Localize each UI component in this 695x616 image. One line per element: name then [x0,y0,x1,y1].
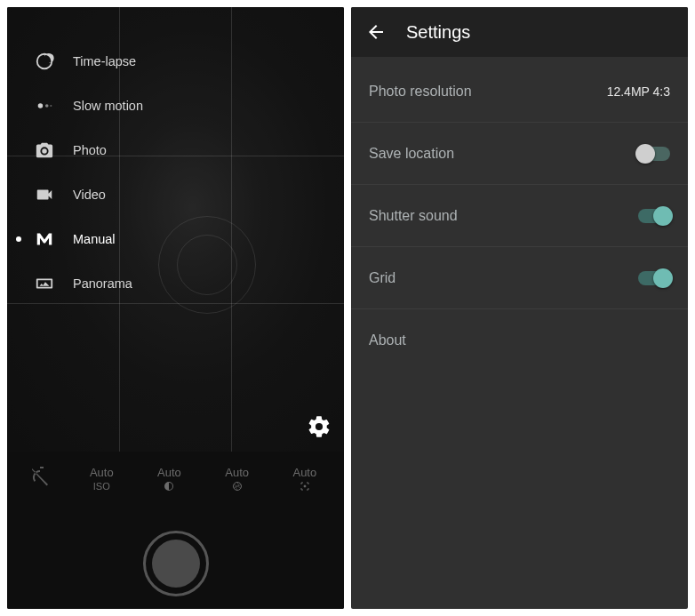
svg-point-4 [304,485,306,487]
iso-control[interactable]: Auto ISO [75,466,128,492]
control-value: Auto [292,466,316,479]
mode-label: Photo [73,143,107,157]
setting-value: 12.4MP 4:3 [607,84,670,99]
aperture-icon [232,481,243,493]
mode-label: Panorama [73,276,132,291]
settings-button[interactable] [307,414,332,439]
timelapse-icon [34,51,55,72]
mode-label: Time-lapse [73,54,136,68]
toggle-grid[interactable] [638,271,670,285]
control-value: Auto [90,466,114,479]
back-button[interactable] [365,21,387,43]
mode-label: Slow motion [73,99,143,113]
svg-point-0 [38,103,44,108]
panorama-icon [34,273,55,294]
svg-point-2 [50,105,52,107]
settings-screen: Settings Photo resolution 12.4MP 4:3 Sav… [351,7,688,609]
setting-label: Shutter sound [369,208,458,224]
camera-mode-menu: Time-lapse Slow motion Photo Video [7,28,212,316]
photo-icon [34,140,55,161]
mode-timelapse[interactable]: Time-lapse [7,39,212,84]
setting-label: Grid [369,270,395,286]
camera-screen: Time-lapse Slow motion Photo Video [7,7,344,609]
contrast-icon [164,481,174,493]
toggle-save-location[interactable] [638,147,670,161]
exposure-control[interactable]: Auto [142,466,196,493]
setting-shutter-sound[interactable]: Shutter sound [351,185,688,247]
setting-label: About [369,332,406,348]
camera-bottom-bar: Auto ISO Auto Auto Auto [7,452,344,609]
shutter-inner [152,540,200,588]
aperture-control[interactable]: Auto [211,466,264,493]
mode-panorama[interactable]: Panorama [7,261,212,306]
toggle-shutter-sound[interactable] [638,209,670,223]
manual-icon [34,228,55,250]
slowmotion-icon [34,95,55,116]
shutter-button[interactable] [143,531,209,596]
mode-manual[interactable]: Manual [7,217,212,261]
focus-control[interactable]: Auto [278,466,332,493]
mode-video[interactable]: Video [7,172,212,217]
setting-about[interactable]: About [351,309,688,372]
camera-viewfinder[interactable]: Time-lapse Slow motion Photo Video [7,7,344,452]
manual-controls-row: Auto ISO Auto Auto Auto [7,460,344,493]
mode-label: Manual [73,232,116,246]
svg-point-1 [45,104,49,108]
settings-list: Photo resolution 12.4MP 4:3 Save locatio… [351,57,688,372]
mode-photo[interactable]: Photo [7,128,212,172]
control-value: Auto [225,466,249,479]
setting-label: Save location [369,146,454,162]
focus-icon [300,481,310,493]
setting-photo-resolution[interactable]: Photo resolution 12.4MP 4:3 [351,60,688,123]
mode-slowmotion[interactable]: Slow motion [7,84,212,128]
active-mode-dot [16,236,21,242]
page-title: Settings [406,22,470,43]
control-value: Auto [157,466,181,479]
app-bar: Settings [351,7,688,57]
control-sub: ISO [93,481,110,492]
setting-save-location[interactable]: Save location [351,123,688,185]
video-icon [34,184,55,205]
setting-grid[interactable]: Grid [351,247,688,309]
mode-label: Video [73,188,106,202]
timer-off-icon[interactable] [20,466,60,487]
setting-label: Photo resolution [369,84,472,100]
